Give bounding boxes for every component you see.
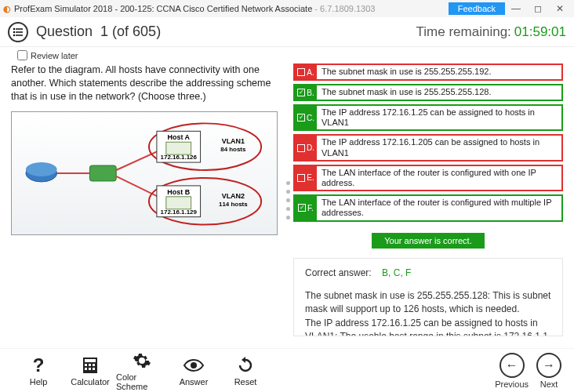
- svg-point-2: [13, 31, 15, 32]
- color-scheme-button[interactable]: Color Scheme: [116, 350, 168, 391]
- checkbox-icon: [297, 114, 305, 122]
- svg-rect-5: [16, 34, 23, 35]
- answer-checkbox[interactable]: B.: [295, 85, 317, 100]
- close-button[interactable]: ✕: [549, 3, 571, 14]
- answer-option-b[interactable]: B.The subnet mask in use is 255.255.255.…: [293, 84, 563, 101]
- answer-checkbox[interactable]: A.: [295, 65, 317, 79]
- svg-point-7: [26, 162, 57, 176]
- svg-text:VLAN2: VLAN2: [222, 191, 245, 199]
- answer-pane: A.The subnet mask in use is 255.255.255.…: [293, 64, 563, 336]
- time-remaining-value: 01:59:01: [514, 24, 566, 40]
- question-pane: Refer to the diagram. All hosts have con…: [11, 64, 282, 336]
- minimize-button[interactable]: —: [505, 3, 527, 14]
- answer-option-a[interactable]: A.The subnet mask in use is 255.255.255.…: [293, 64, 563, 81]
- answer-option-e[interactable]: E.The LAN interface of the router is con…: [293, 165, 563, 191]
- correct-answer-label: Correct answer:: [305, 267, 372, 278]
- answer-checkbox[interactable]: D.: [295, 136, 317, 159]
- help-button[interactable]: ? Help: [13, 355, 64, 387]
- menu-button[interactable]: [8, 22, 28, 42]
- svg-rect-33: [93, 368, 95, 370]
- app-title: ProfExam Simulator 2018 - 200-125: CCNA …: [14, 4, 312, 13]
- titlebar: ◐ ProfExam Simulator 2018 - 200-125: CCN…: [0, 0, 574, 17]
- svg-text:84 hosts: 84 hosts: [220, 146, 246, 153]
- answer-checkbox[interactable]: E.: [295, 166, 317, 190]
- app-version: - 6.7.1809.1303: [312, 4, 375, 13]
- svg-rect-31: [85, 368, 87, 370]
- answer-text: The subnet mask in use is 255.255.255.12…: [317, 85, 561, 100]
- pane-divider[interactable]: [282, 64, 293, 336]
- checkbox-icon: [297, 89, 305, 96]
- bottom-toolbar: ? Help Calculator Color Scheme Answer Re…: [0, 348, 574, 392]
- answer-checkbox[interactable]: F.: [295, 196, 317, 220]
- svg-text:172.16.1.126: 172.16.1.126: [161, 154, 198, 161]
- app-logo-icon: ◐: [3, 4, 11, 14]
- feedback-button[interactable]: Feedback: [449, 2, 505, 15]
- answer-button[interactable]: Answer: [168, 355, 220, 387]
- answer-list: A.The subnet mask in use is 255.255.255.…: [293, 64, 563, 225]
- previous-button[interactable]: ← Previous: [495, 353, 529, 389]
- checkbox-icon: [298, 204, 306, 212]
- svg-text:114 hosts: 114 hosts: [219, 200, 248, 207]
- answer-text: The LAN interface of the router is confi…: [317, 196, 561, 220]
- svg-point-0: [13, 27, 15, 29]
- eye-icon: [183, 355, 205, 376]
- answer-text: The IP address 172.16.1.205 can be assig…: [317, 136, 561, 159]
- svg-text:172.16.1.129: 172.16.1.129: [161, 208, 198, 215]
- correct-answer-letters: B, C, F: [382, 267, 411, 278]
- svg-rect-32: [89, 368, 91, 370]
- svg-point-4: [13, 34, 15, 35]
- calculator-button[interactable]: Calculator: [64, 355, 116, 387]
- help-icon: ?: [33, 355, 45, 376]
- header: Question 1 (of 605) Time remaining: 01:5…: [0, 17, 574, 47]
- maximize-button[interactable]: ◻: [527, 3, 549, 14]
- svg-point-34: [191, 362, 197, 368]
- reset-icon: [237, 355, 254, 376]
- gear-icon: [133, 350, 151, 371]
- network-diagram: Host A 172.16.1.126 VLAN1 84 hosts Host …: [11, 111, 278, 235]
- content-area: Refer to the diagram. All hosts have con…: [0, 64, 574, 336]
- answer-checkbox[interactable]: C.: [295, 106, 317, 129]
- question-counter: Question 1 (of 605): [36, 24, 161, 40]
- svg-rect-29: [89, 364, 91, 366]
- svg-rect-28: [85, 364, 87, 366]
- checkbox-icon: [297, 174, 305, 182]
- arrow-left-icon: ←: [500, 353, 525, 378]
- svg-text:Host B: Host B: [167, 187, 190, 195]
- question-text: Refer to the diagram. All hosts have con…: [11, 64, 278, 103]
- svg-text:VLAN1: VLAN1: [222, 137, 245, 145]
- svg-rect-9: [89, 165, 116, 181]
- checkbox-icon: [297, 68, 305, 76]
- answer-option-d[interactable]: D.The IP address 172.16.1.205 can be ass…: [293, 134, 563, 161]
- explanation-text: The subnet mask in use is 255.255.255.12…: [305, 289, 551, 336]
- svg-rect-22: [166, 196, 191, 209]
- answer-feedback: Your answer is correct.: [372, 233, 484, 249]
- arrow-right-icon: →: [536, 353, 561, 378]
- answer-text: The LAN interface of the router is confi…: [317, 166, 561, 190]
- svg-rect-3: [16, 31, 23, 32]
- svg-rect-15: [166, 142, 191, 154]
- menu-icon: [13, 27, 24, 38]
- reset-button[interactable]: Reset: [220, 355, 271, 387]
- answer-option-f[interactable]: F.The LAN interface of the router is con…: [293, 194, 563, 221]
- time-remaining-label: Time remaining:: [416, 24, 511, 40]
- svg-rect-30: [93, 364, 95, 366]
- review-later-label: Review later: [31, 51, 78, 60]
- svg-rect-27: [85, 359, 96, 362]
- answer-text: The subnet mask in use is 255.255.255.19…: [317, 65, 561, 79]
- answer-text: The IP address 172.16.1.25 can be assign…: [317, 106, 561, 129]
- answer-option-c[interactable]: C.The IP address 172.16.1.25 can be assi…: [293, 104, 563, 131]
- next-button[interactable]: → Next: [536, 353, 561, 389]
- svg-rect-1: [16, 28, 23, 29]
- checkbox-icon: [297, 144, 305, 152]
- svg-text:Host A: Host A: [168, 133, 191, 141]
- calculator-icon: [82, 355, 98, 376]
- review-later-row: Review later: [0, 47, 574, 64]
- explanation-box: Correct answer: B, C, F The subnet mask …: [293, 258, 563, 337]
- review-later-checkbox[interactable]: [17, 50, 27, 60]
